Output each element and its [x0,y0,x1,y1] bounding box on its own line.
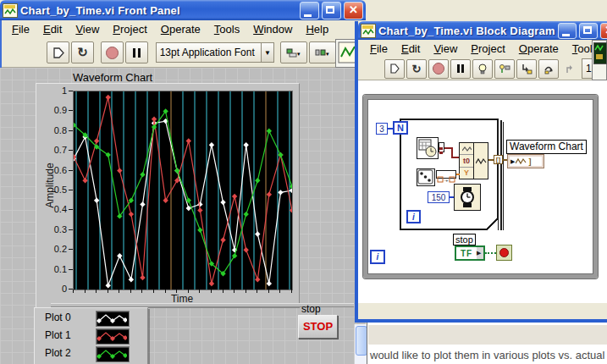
abort-button[interactable] [101,41,124,63]
block-diagram-menubar: FileEditViewProjectOperateToolsWindowHel… [358,40,596,58]
stop-terminal-label[interactable]: stop [453,234,476,245]
menu-item-file[interactable]: File [363,41,395,57]
legend-row[interactable]: Plot 2 [35,345,147,362]
legend-plot-swatch[interactable] [96,346,130,362]
run-button[interactable] [384,59,405,79]
build-waveform-node[interactable]: t0 Y [459,142,488,179]
highlight-execution-button[interactable] [472,59,493,79]
get-date-time-icon[interactable] [417,137,439,159]
waveform-chart[interactable]: 10.90.80.70.60.50.40.30.20.10 Amplitude … [36,83,300,308]
y-tick-mark [69,170,73,171]
for-loop-iteration-terminal[interactable]: i [406,210,421,223]
loop-condition-terminal[interactable] [496,245,512,261]
y-tick-mark [69,269,73,270]
close-button[interactable]: ✕ [344,2,363,19]
menu-item-operate[interactable]: Operate [512,41,566,57]
while-loop-iteration-terminal[interactable]: i [370,250,385,264]
y-tick-mark [69,209,73,210]
abort-button[interactable] [428,59,449,79]
menu-item-help[interactable]: Help [299,22,335,37]
y-tick-mark [69,91,73,91]
data-point-marker [243,212,248,217]
menu-item-project[interactable]: Project [106,22,153,37]
minimize-button[interactable] [558,23,577,39]
data-point-marker [255,231,260,236]
run-button[interactable] [47,41,69,63]
pause-button[interactable] [450,59,471,79]
y-input[interactable]: Y [460,167,473,179]
wait-ms-icon[interactable] [454,184,481,211]
data-point-marker [255,277,260,282]
step-into-button[interactable] [516,59,537,79]
background-vertical-scrollbar[interactable] [354,324,367,364]
front-panel-titlebar[interactable]: Chart_by_Time.vi Front Panel ✕ [0,0,366,20]
data-point-marker [129,212,134,217]
step-out-button[interactable] [560,59,579,79]
chart-plot-area[interactable] [73,91,293,290]
retain-wire-values-button[interactable] [494,59,515,79]
build-array-node[interactable]: ·+ [436,170,456,179]
menu-item-edit[interactable]: Edit [395,41,427,57]
wait-ms-constant[interactable]: 150 [428,191,450,203]
legend-plot-swatch[interactable] [96,328,130,345]
waveform-chart-terminal[interactable]: ▶ ] [507,154,544,168]
stop-button[interactable]: STOP [298,315,338,339]
menu-item-view[interactable]: View [69,22,106,37]
legend-plot-label: Plot 0 [45,312,71,323]
chart-owned-label[interactable]: Waveform Chart [73,71,152,84]
data-point-marker [220,237,225,242]
y-tick-mark [69,130,73,131]
font-selector-arrow-icon[interactable]: ▼ [262,42,275,63]
step-over-button[interactable] [538,59,559,79]
chart-terminal-label[interactable]: Waveform Chart [506,140,587,154]
data-point-marker [163,198,168,203]
node-connector [439,142,444,152]
data-point-marker [140,172,145,177]
pause-button[interactable] [125,41,148,63]
maximize-button[interactable] [579,23,598,39]
legend-plot-swatch[interactable] [96,311,130,327]
count-constant[interactable]: 3 [376,123,388,135]
plot-legend[interactable]: Plot 0Plot 1Plot 2 [34,307,148,364]
x-tick-mark [96,290,97,293]
menu-item-project[interactable]: Project [464,41,511,57]
menu-item-edit[interactable]: Edit [36,22,69,37]
y-tick-label: 0.2 [41,244,67,254]
font-selector[interactable]: 13pt [582,58,592,79]
font-selector[interactable]: 13pt Application Font [156,42,262,63]
y-tick-label: 0 [41,284,67,294]
scrollbar-thumb[interactable] [356,326,367,356]
run-continuously-button[interactable]: ↻ [71,41,94,63]
data-point-marker [267,191,272,196]
align-objects-button[interactable]: ▾ [280,41,307,63]
y-tick-label: 0.1 [41,264,67,274]
block-diagram-titlebar[interactable]: Chart_by_Time.vi Block Diagram ✕ [358,21,607,40]
x-tick-mark [85,290,86,293]
for-loop-count-terminal[interactable]: N [393,121,408,135]
t0-input[interactable]: t0 [460,154,473,166]
data-point-marker [117,168,122,173]
x-tick-mark [73,290,74,293]
menu-item-window[interactable]: Window [246,22,299,37]
menu-item-file[interactable]: File [5,22,36,37]
for-loop-frame-line [500,120,502,230]
legend-row[interactable]: Plot 0 [35,309,147,327]
data-point-marker [267,129,272,134]
maximize-button[interactable] [322,2,341,19]
close-button[interactable]: ✕ [600,23,607,39]
run-continuously-button[interactable]: ↻ [406,59,427,79]
menu-item-view[interactable]: View [427,41,464,57]
x-tick-mark [223,290,223,293]
random-number-dice-icon[interactable] [417,168,435,186]
stop-boolean-terminal[interactable]: TF ▶ [455,245,485,261]
vi-connector-icon[interactable] [593,42,607,64]
x-tick-mark [268,290,269,293]
menu-item-operate[interactable]: Operate [154,22,207,37]
legend-row[interactable]: Plot 1 [35,327,147,345]
y-tick-mark [69,249,73,250]
minimize-button[interactable] [300,2,319,19]
menu-item-tools[interactable]: Tools [207,22,246,37]
block-diagram-canvas[interactable]: i 3 N i [358,80,607,303]
background-window: would like to plot them in various plots… [354,323,607,364]
distribute-objects-button[interactable]: ▾ [309,41,336,63]
